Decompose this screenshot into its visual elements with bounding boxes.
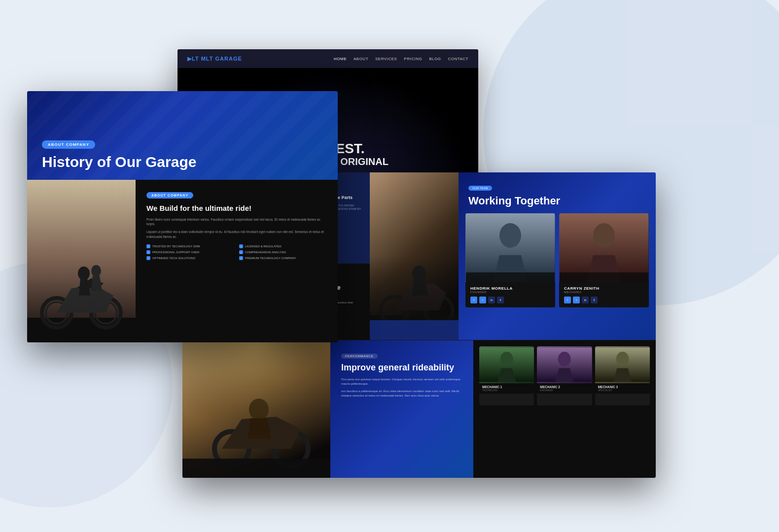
- bottom-photo-svg: [182, 340, 330, 478]
- performance-section: PERFORMANCE Improve general rideability …: [330, 340, 473, 478]
- linkedin-icon-2[interactable]: li: [591, 297, 598, 303]
- svg-rect-26: [182, 340, 330, 478]
- person2-svg: [559, 213, 649, 282]
- twitter-icon-1[interactable]: t: [479, 297, 486, 303]
- team-member-2-name: CARRYN ZENITH: [564, 286, 644, 291]
- about-main-title: History of Our Garage: [42, 154, 323, 170]
- team-bottom-role-3: SPECIALIST: [598, 389, 647, 392]
- team-card-info-2: CARRYN ZENITH MECHANIC f t in li: [559, 282, 649, 307]
- bottom-person2-svg: [537, 346, 592, 383]
- team-bottom-photo-2: [537, 346, 592, 383]
- check-item-3: ✓ PROFESSIONAL SUPPORT USER: [146, 250, 234, 254]
- about-desc-1: Proin libero nunc consequat interdum var…: [146, 217, 327, 227]
- team-card-1: HENDRIK MORELLA FOUNDER f t in li: [465, 213, 555, 307]
- team-member-2-social: f t in li: [564, 297, 644, 303]
- svg-rect-27: [182, 459, 330, 478]
- svg-rect-18: [466, 272, 555, 282]
- check-icon-3: ✓: [146, 250, 150, 254]
- svg-point-33: [616, 352, 629, 366]
- performance-badge: PERFORMANCE: [341, 354, 378, 359]
- team-bottom-card-info-3: MECHANIC 3 SPECIALIST: [595, 383, 650, 394]
- team-header: OUR TEAM Working Together: [459, 172, 656, 213]
- about-badge: ABOUT COMPANY: [42, 140, 95, 149]
- team-bottom-cards: MECHANIC 1 TECHNICIAN: [473, 340, 656, 478]
- performance-desc-2: unc faucibus a pellentesque sit. Arcu vi…: [341, 389, 462, 398]
- about-image-bg: [370, 172, 459, 340]
- logo-accent: ▶LT: [187, 56, 201, 62]
- performance-desc-1: Orci porta non pulvinar neque laoreet. C…: [341, 377, 462, 386]
- check-icon-5: ✓: [146, 256, 150, 260]
- right-bottom: PERFORMANCE Improve general rideability …: [182, 340, 656, 478]
- about-photo-inner: [27, 180, 136, 342]
- check-item-1: ✓ TRUSTED BY TECHNOLOGY 2009: [146, 244, 234, 248]
- instagram-icon-1[interactable]: in: [488, 297, 495, 303]
- nav-contact[interactable]: CONTACT: [448, 57, 468, 61]
- person1-svg: [465, 213, 555, 282]
- team-bottom-name-2: MECHANIC 2: [540, 385, 589, 389]
- svg-point-17: [499, 223, 521, 248]
- team-section: OUR TEAM Working Together: [459, 172, 656, 340]
- team-bottom-name-3: MECHANIC 3: [598, 385, 647, 389]
- nav-blog[interactable]: BLOG: [429, 57, 441, 61]
- team-cards: HENDRIK MORELLA FOUNDER f t in li: [459, 213, 656, 314]
- about-image-svg: [370, 172, 459, 340]
- about-photo: [27, 180, 136, 342]
- checklist: ✓ TRUSTED BY TECHNOLOGY 2009 ✓ LICENSED …: [146, 244, 327, 260]
- navbar-logo: ▶LT MLT GARAGE: [187, 56, 242, 62]
- team-member-2-role: MECHANIC: [564, 291, 644, 294]
- svg-rect-15: [370, 320, 459, 340]
- nav-services[interactable]: SERVICES: [375, 57, 397, 61]
- team-card-photo-2: [559, 213, 649, 282]
- team-member-1-social: f t in li: [470, 297, 550, 303]
- navbar: ▶LT MLT GARAGE HOME ABOUT SERVICES PRICI…: [177, 49, 478, 68]
- check-item-2: ✓ LICENSED & REGULATED: [239, 244, 327, 248]
- team-bottom-card-info-1: MECHANIC 1 TECHNICIAN: [479, 383, 534, 394]
- check-item-5: ✓ OPTIMIZED TECH SOLUTIONS: [146, 256, 234, 260]
- about-sub-title: We Build for the ultimate ride!: [146, 203, 327, 213]
- nav-about[interactable]: ABOUT: [354, 57, 368, 61]
- team-bottom-role-2: ENGINEER: [540, 389, 589, 392]
- team-badge: OUR TEAM: [468, 186, 492, 191]
- about-text: ABOUT COMPANY We Build for the ultimate …: [136, 180, 338, 342]
- team-bottom-name-1: MECHANIC 1: [482, 385, 531, 389]
- bottom-photo-section: [182, 340, 330, 478]
- team-title: Working Together: [468, 195, 646, 207]
- check-icon-4: ✓: [239, 250, 243, 254]
- team-member-1-role: FOUNDER: [470, 291, 550, 294]
- team-bottom-card-3: MECHANIC 3 SPECIALIST: [595, 346, 650, 405]
- team-bottom-card-2: MECHANIC 2 ENGINEER: [537, 346, 592, 405]
- about-sub-badge: ABOUT COMPANY: [146, 192, 193, 199]
- svg-point-20: [593, 223, 615, 248]
- check-icon-2: ✓: [239, 244, 243, 248]
- about-window: ABOUT COMPANY History of Our Garage: [27, 91, 338, 342]
- facebook-icon-2[interactable]: f: [564, 297, 571, 303]
- svg-point-31: [558, 352, 571, 366]
- bottom-person1-svg: [479, 346, 534, 383]
- team-bottom-card-info-2: MECHANIC 2 ENGINEER: [537, 383, 592, 394]
- performance-title: Improve general rideability: [341, 363, 462, 373]
- svg-rect-21: [560, 272, 648, 282]
- svg-rect-8: [27, 180, 136, 342]
- instagram-icon-2[interactable]: in: [582, 297, 589, 303]
- check-item-4: ✓ COMPREHENSIVE ANALYSIS: [239, 250, 327, 254]
- twitter-icon-2[interactable]: t: [573, 297, 580, 303]
- team-card-2: CARRYN ZENITH MECHANIC f t in li: [559, 213, 649, 307]
- svg-point-29: [500, 352, 513, 366]
- motorcycle-silhouette: [27, 180, 136, 342]
- check-item-6: ✓ PREMIUM TECHNOLOGY COMPANY: [239, 256, 327, 260]
- logo-text: MLT GARAGE: [201, 56, 242, 62]
- team-bottom-role-1: TECHNICIAN: [482, 389, 531, 392]
- team-card-photo-1: [465, 213, 555, 282]
- about-desc-2: Liquam ut porttitor leo a diam sollicitu…: [146, 230, 327, 239]
- team-card-info-1: HENDRIK MORELLA FOUNDER f t in li: [465, 282, 555, 307]
- team-bottom-card-1: MECHANIC 1 TECHNICIAN: [479, 346, 534, 405]
- nav-home[interactable]: HOME: [334, 57, 347, 61]
- svg-rect-14: [370, 172, 459, 340]
- about-content: ABOUT COMPANY We Build for the ultimate …: [27, 180, 338, 342]
- team-bottom-grid: MECHANIC 1 TECHNICIAN: [479, 346, 650, 405]
- nav-pricing[interactable]: PRICING: [404, 57, 422, 61]
- about-image-section: [370, 172, 459, 340]
- facebook-icon-1[interactable]: f: [470, 297, 477, 303]
- team-member-1-name: HENDRIK MORELLA: [470, 286, 550, 291]
- linkedin-icon-1[interactable]: li: [497, 297, 504, 303]
